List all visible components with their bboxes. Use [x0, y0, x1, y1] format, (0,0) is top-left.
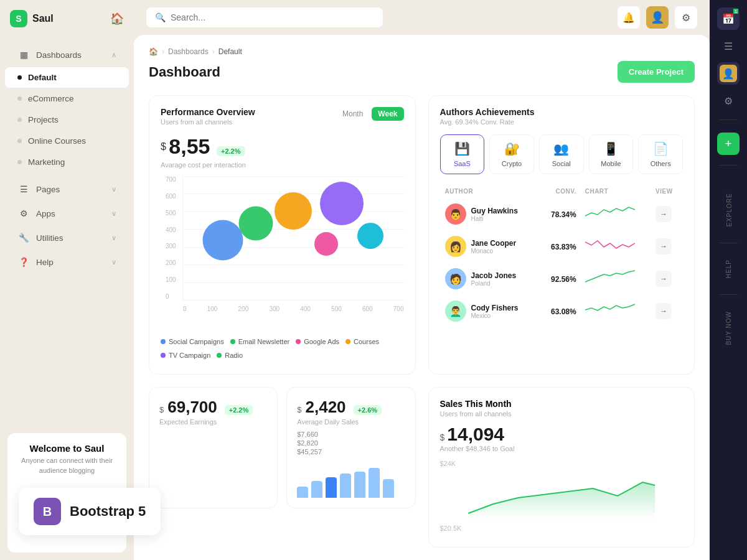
tab-saas[interactable]: 💾 SaaS [440, 134, 485, 174]
dashboards-icon: ▦ [17, 49, 30, 61]
sidebar-item-utilities[interactable]: 🔧 Utilities ∨ [5, 226, 129, 250]
legend-tv: TV Campaign [161, 352, 210, 359]
topbar-right: 🔔 👤 ⚙ [618, 6, 697, 29]
legend-google: Google Ads [296, 338, 339, 345]
sidebar-item-label: Utilities [36, 233, 63, 243]
sidebar-item-label: Pages [36, 185, 60, 194]
author-info: 👨‍🦱 Cody Fishers Mexico [445, 301, 535, 322]
legend-dot [161, 353, 166, 358]
nav-dot [17, 75, 22, 80]
view-button[interactable]: → [655, 271, 672, 287]
user-btn[interactable]: 👤 [717, 62, 740, 85]
tab-week[interactable]: Week [372, 107, 403, 121]
explore-section[interactable]: Explore [725, 180, 733, 239]
bubble-1 [202, 220, 243, 261]
pages-icon: ☰ [17, 183, 30, 195]
nav-dot [17, 139, 22, 143]
chart-legend: Social Campaigns Email Newsletter Google… [161, 338, 404, 359]
tab-social[interactable]: 👥 Social [539, 134, 584, 174]
utilities-icon: 🔧 [17, 231, 30, 244]
col-conv: CONV. [540, 185, 580, 197]
settings-btn[interactable]: ⚙ [675, 6, 697, 29]
notifications-btn[interactable]: 🔔 [618, 6, 640, 29]
sales-value: 2,420 [305, 398, 345, 417]
col-view: VIEW [652, 185, 682, 197]
help-section[interactable]: Help [725, 247, 732, 291]
authors-card: Authors Achievements Avg. 69.34% Conv. R… [428, 95, 695, 375]
buy-now-label: Buy now [725, 306, 732, 350]
table-row: 👨 Guy Hawkins Haiti 78.34% [441, 198, 682, 230]
help-label: Help [725, 254, 732, 283]
page-header: Dashboard Create Project [149, 61, 695, 83]
tab-crypto[interactable]: 🔐 Crypto [489, 134, 534, 174]
tab-mobile[interactable]: 📱 Mobile [589, 134, 634, 174]
sidebar-item-label: Apps [36, 209, 55, 218]
sidebar-toggle-icon[interactable]: 🏠 [110, 12, 124, 26]
breadcrumb-dashboards[interactable]: Dashboards [168, 47, 209, 56]
sidebar-item-pages[interactable]: ☰ Pages ∨ [5, 177, 129, 201]
sales-month-card: Sales This Month Users from all channels… [428, 387, 695, 548]
daily-sales-card: $ 2,420 +2.6% Average Daily Sales $7,660… [286, 387, 415, 508]
sidebar-item-help[interactable]: ❓ Help ∨ [5, 250, 129, 274]
table-row: 👩 Jane Cooper Monaco 63.83% [441, 231, 682, 262]
dashboard-grid: Performance Overview Users from all chan… [149, 95, 695, 548]
performance-card: Performance Overview Users from all chan… [149, 95, 416, 375]
nav-dot [17, 118, 22, 122]
metric-label: Avarage cost per interaction [161, 161, 404, 169]
add-btn[interactable]: + [717, 133, 740, 155]
bubble-4 [314, 232, 338, 256]
divider [719, 119, 738, 120]
sales-month-value: 14,094 [447, 424, 504, 445]
earnings-label: Expected Earnings [159, 418, 267, 426]
metric-currency: $ [161, 141, 166, 152]
sidebar-item-projects[interactable]: Projects [5, 110, 129, 130]
search-box[interactable]: 🔍 [146, 7, 383, 27]
metric-badge: +2.2% [217, 146, 245, 156]
bar [311, 481, 322, 498]
sidebar-item-online-courses[interactable]: Online Courses [5, 131, 129, 151]
sidebar-item-apps[interactable]: ⚙ Apps ∨ [5, 202, 129, 225]
home-icon: 🏠 [149, 47, 158, 56]
author-name: Jane Cooper [471, 239, 517, 248]
view-button[interactable]: → [655, 238, 672, 254]
sparkline-chart [585, 268, 635, 287]
bubble-2 [238, 206, 273, 240]
sidebar-item-ecommerce[interactable]: eCommerce [5, 88, 129, 109]
author-name: Jacob Jones [471, 271, 517, 280]
sales-month-subtitle: Users from all channels [440, 410, 684, 418]
logo-text: Saul [32, 13, 54, 24]
sidebar-item-default[interactable]: Default [5, 67, 129, 88]
sidebar-item-dashboards[interactable]: ▦ Dashboards ∧ [5, 43, 129, 67]
bar [369, 468, 380, 498]
authors-table: AUTHOR CONV. CHART VIEW 👨 [440, 184, 684, 328]
sparkline-chart [585, 203, 635, 222]
create-project-button[interactable]: Create Project [618, 61, 695, 83]
sidebar-item-label: eCommerce [28, 94, 74, 103]
sidebar-item-marketing[interactable]: Marketing [5, 152, 129, 172]
nav-dot [17, 96, 22, 101]
sidebar-item-label: Dashboards [36, 50, 82, 60]
menu-btn[interactable]: ☰ [717, 35, 740, 57]
sales-chart [440, 470, 684, 520]
author-name: Cody Fishers [471, 304, 519, 312]
user-avatar[interactable]: 👤 [646, 6, 669, 29]
chevron-icon: ∨ [111, 185, 116, 194]
view-button[interactable]: → [655, 303, 672, 319]
chevron-icon: ∧ [111, 51, 116, 59]
more-btn[interactable]: ⚙ [717, 90, 740, 112]
bar-val-3: $45,257 [297, 448, 405, 455]
calendar-btn[interactable]: 📅 1 [717, 7, 740, 30]
sidebar-header: S Saul 🏠 [0, 0, 134, 37]
main-content: 🔍 🔔 👤 ⚙ 🏠 › Dashboards › Default Dashboa… [134, 0, 710, 560]
avatar: 🧑 [445, 268, 466, 289]
performance-subtitle: Users from all channels [161, 118, 255, 126]
sidebar-nav: ▦ Dashboards ∧ Default eCommerce [0, 37, 134, 426]
tab-month[interactable]: Month [336, 107, 369, 121]
buy-now-section[interactable]: Buy now [725, 299, 732, 358]
sidebar-item-label: Default [28, 73, 57, 82]
search-input[interactable] [171, 12, 374, 22]
divider [719, 294, 738, 295]
view-button[interactable]: → [655, 206, 672, 222]
bottom-left: $ 69,700 +2.2% Expected Earnings $ 2,420… [149, 387, 416, 548]
tab-others[interactable]: 📄 Others [638, 134, 683, 174]
